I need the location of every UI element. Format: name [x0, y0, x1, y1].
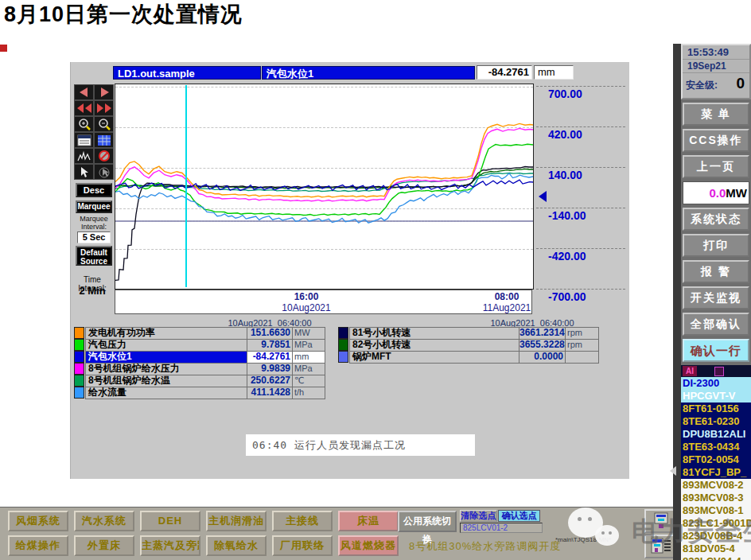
cursor-track-button[interactable] — [94, 164, 114, 180]
tag-list-item[interactable]: DPU8B12ALI — [681, 428, 751, 441]
zoom-in-button[interactable] — [74, 116, 94, 132]
mw-value: 0.0 — [709, 186, 726, 200]
time-interval-value[interactable]: 2 Min — [71, 285, 114, 297]
tag-list-item[interactable]: 823LC1-9001D — [681, 517, 751, 530]
tag-list-item[interactable]: 81YCFJ_BP_ — [681, 466, 751, 479]
window-path-tooltip: *main\TJQS18-MN* — [555, 536, 611, 543]
trend-plot[interactable] — [115, 84, 534, 290]
trend-series-drum-pressure — [115, 144, 533, 215]
bottom-button-2[interactable]: 外置床 — [74, 535, 134, 556]
bottom-button-1[interactable]: 风烟系统 — [8, 511, 68, 531]
parameter-unit: rpm — [565, 327, 599, 340]
sidebar-button[interactable]: 打印 — [683, 234, 749, 257]
sidebar-button[interactable]: 系统状态 — [683, 208, 749, 231]
confirm-selection-button[interactable]: 确认选点 — [498, 510, 540, 522]
table-row[interactable]: 8号机组锅炉给水压力9.9839MPa — [74, 363, 325, 375]
parameter-name: 汽包水位1 — [85, 351, 247, 364]
tag-list-item[interactable]: 893MCV08-1 — [681, 504, 751, 517]
tag-list-item[interactable]: 893MCV08-3 — [681, 492, 751, 504]
zoom-out-button[interactable] — [94, 116, 114, 132]
parameter-unit — [565, 351, 599, 364]
table-row[interactable]: 给水流量411.1428t/h — [74, 387, 325, 399]
mini-screen-icon — [652, 512, 671, 530]
mw-display: 0.0MW — [683, 181, 749, 204]
gridline-dash — [536, 167, 625, 168]
time-cursor-line[interactable] — [185, 85, 187, 287]
x-tick-date: 10Aug2021 — [263, 302, 350, 313]
tag-list-item[interactable]: DI-2300 — [681, 377, 751, 390]
tag-list-item[interactable]: 893MCV08-2 — [681, 479, 751, 492]
desc-button[interactable]: Desc — [76, 183, 112, 197]
bottom-button-3[interactable]: DEH — [140, 511, 200, 531]
marquee-interval-label: Marquee Interval: — [72, 215, 115, 231]
sidebar-button[interactable]: 全部确认 — [683, 313, 749, 336]
parameter-value: 250.6227 — [247, 375, 293, 387]
x-tick-label: 16:0010Aug2021 — [263, 291, 350, 313]
data-grid-button[interactable] — [94, 132, 114, 148]
bottom-button-4[interactable]: 除氧给水 — [206, 535, 267, 556]
trend-forward-button[interactable] — [94, 84, 114, 100]
parameter-value: 0.0000 — [519, 351, 566, 364]
utility-system-switch-button[interactable]: 公用系统切换 — [398, 511, 457, 532]
bottom-button-5[interactable]: 厂用联络 — [272, 535, 333, 556]
x-tick-date: 11Aug2021 — [463, 302, 551, 313]
selected-point-field[interactable]: 825LCV01-2 — [460, 523, 543, 533]
value-marker-icon — [533, 191, 547, 202]
trend-window: LD1.out.sample 汽包水位1 -84.2761 mm — [70, 62, 629, 479]
table-row[interactable]: 锅炉MFT0.0000 — [338, 351, 599, 364]
trend-back-button[interactable] — [74, 84, 94, 100]
bottom-button-2[interactable]: 汽水系统 — [74, 511, 134, 531]
tag-list-item[interactable]: HPCGVT-V — [681, 390, 751, 402]
sidebar-button[interactable]: 报 警 — [683, 260, 749, 283]
trend-lines-button[interactable] — [74, 148, 94, 164]
confirm-row-button[interactable]: 确认一行 — [683, 339, 749, 362]
table-row[interactable]: 汽包压力9.7851MPa — [74, 339, 325, 352]
parameter-unit: ℃ — [292, 375, 325, 387]
trend-value-field: -84.2761 — [477, 65, 532, 80]
ai-filter-icon — [714, 367, 724, 376]
sidebar-button[interactable]: CCS操作 — [683, 129, 749, 152]
table-row[interactable]: 8号机组锅炉给水温250.6227℃ — [74, 375, 325, 387]
bottom-button-3[interactable]: 主蒸汽及旁路 — [140, 535, 200, 556]
bottom-button-5[interactable]: 主接线 — [272, 511, 333, 531]
sidebar-button[interactable]: 上一页 — [683, 155, 749, 178]
trend-unit-field: mm — [534, 65, 574, 80]
bottom-button-1[interactable]: 给煤操作 — [8, 535, 68, 556]
clear-selection-button[interactable]: 清除选点 — [460, 510, 497, 522]
trend-fast-forward-button[interactable] — [94, 100, 114, 116]
tag-list-item[interactable]: 8TE61-0230 — [681, 415, 751, 428]
default-source-button[interactable]: Default Source — [76, 246, 112, 266]
cursor-select-button[interactable] — [74, 164, 94, 180]
table-row[interactable]: 81号小机转速3661.2314rpm — [338, 327, 599, 340]
gridline-dash — [536, 248, 625, 249]
bottom-button-4[interactable]: 主机润滑油 — [206, 511, 267, 531]
legend-panel-button[interactable] — [74, 132, 94, 148]
tag-list-item[interactable]: 818DV05-4 — [681, 542, 751, 555]
marquee-interval-value[interactable]: 5 Sec — [77, 231, 111, 243]
tag-list-item[interactable]: 8FT02-0054 — [681, 453, 751, 466]
table-row[interactable]: 发电机有功功率151.6630MW — [74, 327, 325, 340]
sidebar-button[interactable]: 菜 单 — [683, 103, 749, 126]
table-row[interactable]: 82号小机转速3655.3228rpm — [338, 339, 599, 352]
table-row[interactable]: 汽包水位1-84.2761mm — [74, 351, 325, 364]
clock-date: 19Sep21 — [683, 60, 749, 73]
scroll-arrow-icon — [665, 466, 676, 476]
trend-tag-field[interactable]: 汽包水位1 — [262, 66, 475, 80]
disable-button[interactable] — [94, 148, 114, 164]
parameter-name: 汽包压力 — [85, 339, 247, 352]
parameter-unit: MPa — [292, 363, 325, 375]
marquee-button[interactable]: Marquee — [76, 200, 112, 213]
trend-source-field[interactable]: LD1.out.sample — [113, 66, 261, 80]
sidebar-button[interactable]: 开关监视 — [683, 286, 749, 309]
trend-fast-back-button[interactable] — [74, 100, 94, 116]
y-tick-label: 140.00 — [548, 169, 582, 181]
tag-list-item[interactable]: 8FT61-0156 — [681, 402, 751, 415]
double-left-arrow-icon — [76, 103, 93, 114]
bottom-button-6[interactable]: 床温 — [338, 511, 399, 531]
tag-list-item[interactable]: 8TE63-0434 — [681, 441, 751, 453]
trend-series-st-speed-a — [115, 167, 533, 281]
tag-list-item[interactable]: 823LCV04-4 — [681, 555, 751, 560]
parameter-value: 151.6630 — [247, 327, 293, 340]
bottom-button-6[interactable]: 风道燃烧器 — [338, 535, 399, 556]
tag-list-item[interactable]: 823DV08B-4 — [681, 530, 751, 542]
